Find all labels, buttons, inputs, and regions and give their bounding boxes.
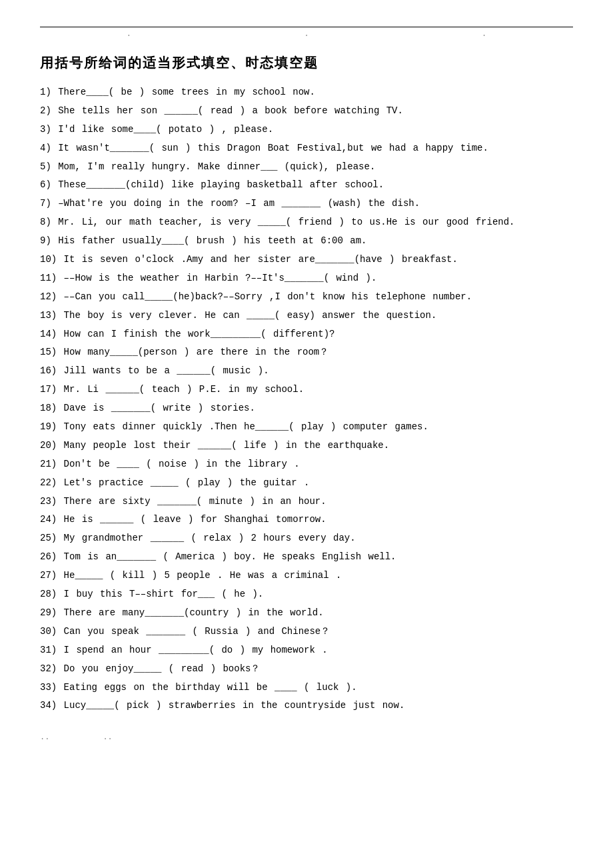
question-item: 12) ––Can you call_____(he)back?––Sorry … bbox=[40, 289, 573, 306]
question-item: 28) I buy this T––shirt for___ ( he ). bbox=[40, 586, 573, 603]
question-item: 29) There are many_______(country ) in t… bbox=[40, 605, 573, 622]
bottom-dots: ·· ·· bbox=[40, 735, 573, 744]
question-item: 7) –What're you doing in the room? –I am… bbox=[40, 195, 573, 213]
question-item: 24) He is ______ ( leave ) for Shanghai … bbox=[40, 511, 573, 529]
questions-container: 1) There____( be ) some trees in my scho… bbox=[40, 84, 573, 715]
top-line bbox=[40, 27, 573, 27]
question-item: 18) Dave is _______( write ) stories. bbox=[40, 400, 573, 417]
question-item: 13) The boy is very clever. He can _____… bbox=[40, 307, 573, 325]
question-item: 4) It wasn't_______( sun ) this Dragon B… bbox=[40, 140, 573, 157]
question-item: 16) Jill wants to be a ______( music ). bbox=[40, 363, 573, 380]
question-item: 10) It is seven o'clock .Amy and her sis… bbox=[40, 251, 573, 269]
question-item: 22) Let's practice _____ ( play ) the gu… bbox=[40, 475, 573, 492]
question-item: 11) ––How is the weather in Harbin ?––It… bbox=[40, 270, 573, 287]
question-item: 14) How can I finish the work_________( … bbox=[40, 326, 573, 343]
question-item: 5) Mom, I'm really hungry. Make dinner__… bbox=[40, 159, 573, 176]
question-item: 3) I'd like some____( potato ) , please. bbox=[40, 121, 573, 139]
question-item: 2) She tells her son ______( read ) a bo… bbox=[40, 103, 573, 120]
question-item: 15) How many_____(person ) are there in … bbox=[40, 344, 573, 361]
question-item: 6) These_______(child) like playing bask… bbox=[40, 177, 573, 194]
question-item: 30) Can you speak _______ ( Russia ) and… bbox=[40, 623, 573, 641]
question-item: 31) I spend an hour _________( do ) my h… bbox=[40, 642, 573, 659]
question-item: 9) His father usually____( brush ) his t… bbox=[40, 233, 573, 250]
question-item: 19) Tony eats dinner quickly .Then he___… bbox=[40, 419, 573, 436]
question-item: 27) He_____ ( kill ) 5 people . He was a… bbox=[40, 567, 573, 585]
top-dots: · · · bbox=[40, 31, 573, 41]
question-item: 26) Tom is an_______ ( America ) boy. He… bbox=[40, 549, 573, 566]
question-item: 21) Don't be ____ ( noise ) in the libra… bbox=[40, 456, 573, 473]
question-item: 25) My grandmother ______ ( relax ) 2 ho… bbox=[40, 530, 573, 547]
question-item: 23) There are sixty _______( minute ) in… bbox=[40, 493, 573, 511]
question-item: 8) Mr. Li, our math teacher, is very ___… bbox=[40, 214, 573, 231]
question-item: 17) Mr. Li ______( teach ) P.E. in my sc… bbox=[40, 381, 573, 399]
question-item: 34) Lucy_____( pick ) strawberries in th… bbox=[40, 697, 573, 715]
question-item: 20) Many people lost their ______( life … bbox=[40, 437, 573, 455]
question-item: 33) Eating eggs on the birthday will be … bbox=[40, 679, 573, 697]
page-title: 用括号所给词的适当形式填空、时态填空题 bbox=[40, 54, 573, 72]
question-item: 1) There____( be ) some trees in my scho… bbox=[40, 84, 573, 101]
question-item: 32) Do you enjoy_____ ( read ) books？ bbox=[40, 661, 573, 678]
